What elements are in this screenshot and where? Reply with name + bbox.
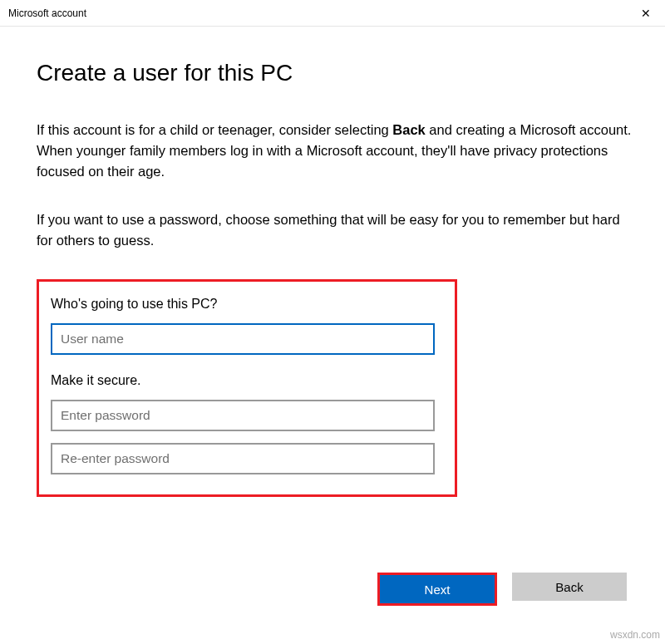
back-button[interactable]: Back	[512, 573, 627, 601]
intro-paragraph-2: If you want to use a password, choose so…	[37, 209, 633, 251]
form-highlight-box: Who's going to use this PC? Make it secu…	[37, 279, 457, 497]
close-icon[interactable]: ✕	[627, 0, 665, 27]
para1-pre: If this account is for a child or teenag…	[37, 122, 392, 137]
para1-bold: Back	[392, 122, 425, 137]
button-row: Next Back	[377, 573, 627, 606]
username-input[interactable]	[51, 323, 435, 355]
password-input[interactable]	[51, 400, 435, 431]
next-button[interactable]: Next	[380, 575, 495, 603]
page-title: Create a user for this PC	[37, 60, 633, 86]
username-label: Who's going to use this PC?	[51, 297, 443, 312]
intro-paragraph-1: If this account is for a child or teenag…	[37, 120, 633, 181]
content-area: Create a user for this PC If this accoun…	[0, 27, 665, 497]
title-bar: Microsoft account ✕	[0, 0, 665, 27]
window-title: Microsoft account	[8, 7, 86, 19]
password-confirm-input[interactable]	[51, 443, 435, 474]
watermark: wsxdn.com	[610, 629, 660, 641]
next-highlight-box: Next	[377, 573, 497, 606]
password-label: Make it secure.	[51, 373, 443, 388]
